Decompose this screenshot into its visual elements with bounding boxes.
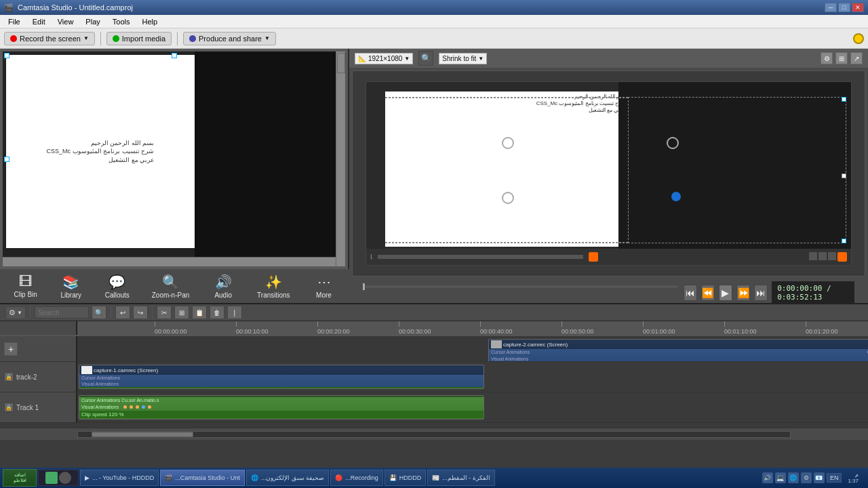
clip-1-block[interactable]: capture-1.camrec (Screen) Cursor Animati…	[79, 365, 484, 389]
tray-icon-5[interactable]: 📧	[814, 472, 825, 483]
produce-share-button[interactable]: Produce and share ▼	[183, 32, 276, 45]
close-button[interactable]: ✕	[852, 3, 864, 12]
tl-cut-btn[interactable]: ✂	[157, 306, 172, 319]
settings-dropdown[interactable]: ⚙ ▼	[5, 306, 26, 319]
clip-1-visual: Visual Animations	[79, 381, 484, 387]
record-icon	[10, 35, 17, 42]
clip-3-cursor: Cursor Animations	[81, 398, 120, 403]
record-screen-button[interactable]: Record the screen ▼	[4, 32, 95, 45]
export-icon-btn[interactable]: ↗	[850, 52, 863, 64]
more-panel[interactable]: ⋯ More	[307, 271, 341, 302]
maximize-button[interactable]: □	[838, 3, 850, 12]
menu-play[interactable]: Play	[80, 16, 105, 27]
tray-icon-1[interactable]: 🔊	[762, 472, 773, 483]
resolution-value: 1921×1080	[368, 55, 402, 62]
clip-bin-panel[interactable]: 🎞 Clip Bin	[8, 271, 42, 301]
start-button[interactable]: اضافهافلاطو	[3, 469, 37, 487]
import-media-button[interactable]: Import media	[106, 32, 172, 45]
tl-undo-btn[interactable]: ↩	[115, 306, 130, 319]
handle-ml[interactable]	[4, 157, 9, 162]
right-preview-progress[interactable]	[378, 255, 583, 259]
taskbar-item-camtasia[interactable]: 🎬 ...Camtasia Studio - Unt	[160, 470, 245, 486]
scroll-thumb[interactable]	[337, 53, 345, 73]
tl-search-btn[interactable]: 🔍	[92, 306, 106, 319]
settings-icon-btn[interactable]: ⚙	[821, 52, 833, 64]
handle-tl[interactable]	[4, 53, 9, 58]
audio-label: Audio	[214, 291, 232, 299]
fit-selector[interactable]: Shrink to fit ▼	[439, 53, 487, 64]
h-scroll-track[interactable]	[77, 431, 791, 438]
zoom-pan-panel[interactable]: 🔍 Zoom-n-Pan	[146, 271, 195, 302]
rewind-button[interactable]: ⏪	[701, 285, 715, 301]
position-track[interactable]	[363, 285, 678, 288]
handle-tc[interactable]	[172, 53, 177, 58]
transitions-icon: ✨	[265, 274, 282, 290]
taskbar-item-recording[interactable]: 🔴 ...Recording	[330, 470, 383, 486]
library-panel[interactable]: 📚 Library	[54, 271, 88, 302]
resolution-selector[interactable]: 📐 1921×1080 ▼	[355, 53, 413, 64]
settings-dropdown-icon[interactable]: ▼	[17, 310, 22, 316]
go-start-button[interactable]: ⏮	[684, 285, 697, 301]
main-area: بسم الله الرحمن الرحيم شرح تنسيب برنامج …	[0, 49, 868, 303]
callouts-label: Callouts	[105, 291, 130, 299]
add-track-button[interactable]: +	[4, 342, 18, 356]
transitions-panel[interactable]: ✨ Transitions	[252, 271, 296, 302]
menu-edit[interactable]: Edit	[27, 16, 51, 27]
taskbar-item-alfikra[interactable]: 📰 ...الفكرة - المقطم	[427, 470, 495, 486]
preview-scrollbar[interactable]	[336, 52, 345, 266]
minimize-button[interactable]: ─	[825, 3, 837, 12]
c3-dot-4	[142, 405, 145, 409]
fast-forward-button[interactable]: ⏩	[736, 285, 750, 301]
menu-view[interactable]: View	[52, 16, 79, 27]
menu-file[interactable]: File	[3, 16, 26, 27]
produce-dropdown-icon[interactable]: ▼	[264, 35, 270, 41]
taskbar-item-sabq[interactable]: 🌐 ...صحيفة سبق الإلكترون	[246, 470, 330, 486]
right-preview-rec-btn[interactable]	[589, 252, 598, 262]
track-1-lock[interactable]: 🔒	[4, 403, 14, 412]
h-scroll-thumb[interactable]	[92, 432, 193, 437]
taskbar-item-hdddd[interactable]: 💾 HDDDD	[384, 470, 427, 486]
magnify-button[interactable]: 🔍	[418, 51, 433, 66]
record-label: Record the screen	[20, 35, 81, 43]
window-controls[interactable]: ─ □ ✕	[825, 3, 864, 12]
tray-icon-3[interactable]: 🌐	[788, 472, 799, 483]
tray-icon-4[interactable]: ⚙	[801, 472, 812, 483]
language-indicator[interactable]: EN	[827, 473, 842, 483]
timeline-scrollbar[interactable]	[0, 428, 868, 440]
right-handle-br[interactable]	[842, 239, 846, 243]
layout-icon-btn[interactable]: ⊞	[835, 52, 848, 64]
help-icon[interactable]	[853, 33, 864, 44]
res-dropdown-icon[interactable]: ▼	[404, 56, 410, 62]
track-2-lock[interactable]: 🔒	[4, 372, 14, 382]
tl-copy-btn[interactable]: ⊞	[174, 306, 189, 319]
audio-panel[interactable]: 🔊 Audio	[206, 271, 240, 302]
callouts-icon: 💬	[108, 274, 125, 290]
menu-tools[interactable]: Tools	[107, 16, 136, 27]
menu-help[interactable]: Help	[136, 16, 163, 27]
timeline-search-input[interactable]	[35, 306, 89, 319]
tl-redo-btn[interactable]: ↪	[133, 306, 148, 319]
go-end-button[interactable]: ⏭	[754, 285, 768, 301]
taskbar-system-tray-left	[38, 470, 79, 486]
record-dropdown-icon[interactable]: ▼	[83, 35, 89, 41]
callouts-panel[interactable]: 💬 Callouts	[100, 271, 135, 302]
preview-hscrollbar[interactable]	[3, 257, 336, 266]
right-handle-tr[interactable]	[842, 97, 846, 102]
clip-3-block[interactable]: Cursor Animations Cu.sor An.matio.s Visu…	[79, 395, 484, 420]
clip-2-block[interactable]: capture-2.camrec (Screen) Cursor Animati…	[488, 339, 868, 361]
tl-paste-btn[interactable]: 📋	[192, 306, 207, 319]
dashed-border-bottom	[385, 242, 628, 243]
taskbar-item-youtube[interactable]: ▶ ... - YouTube - HDDDD	[80, 470, 159, 486]
fit-dropdown-icon[interactable]: ▼	[478, 56, 484, 62]
play-pause-button[interactable]: ▶	[719, 285, 732, 301]
right-arabic-line2: شرح تنسيت برنامج المئيوسوب CSS_Mc	[387, 100, 626, 107]
right-handle-mr[interactable]	[842, 174, 846, 178]
clip-3-visual-label: Visual Animations	[81, 405, 119, 409]
tray-icon-2[interactable]: 💻	[775, 472, 786, 483]
tb-camtasia-icon: 🎬	[165, 474, 172, 481]
position-thumb[interactable]	[363, 283, 365, 290]
clip-3-dots	[121, 404, 153, 410]
tl-split-btn[interactable]: |	[227, 306, 242, 319]
add-track-row: + capture-2.camrec (Screen) Cursor Anima…	[0, 336, 868, 362]
tl-delete-btn[interactable]: 🗑	[210, 306, 224, 319]
